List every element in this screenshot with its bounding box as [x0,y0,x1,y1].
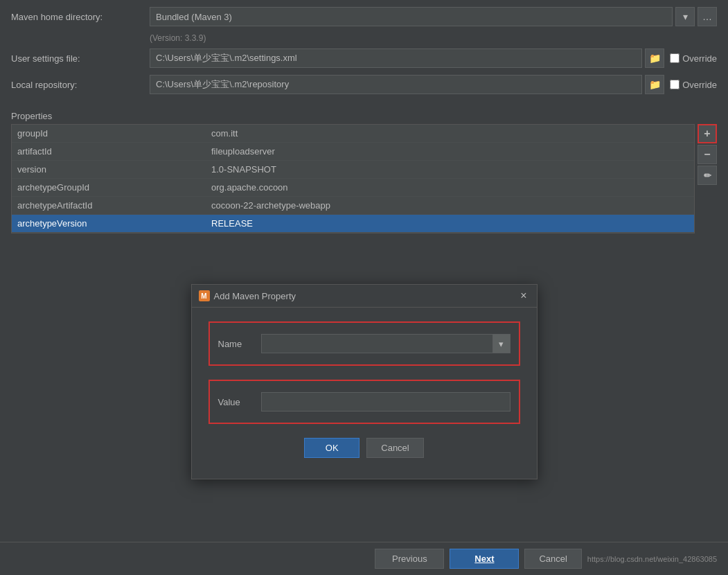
remove-property-btn[interactable]: − [698,145,717,164]
user-settings-override-wrap: Override [670,53,717,64]
next-btn[interactable]: Next [450,549,519,569]
table-buttons: + − ✏ [698,124,717,233]
prop-key-archetypeartifactid: archetypeArtifactId [17,200,211,211]
prop-key-version: version [17,164,211,175]
local-repo-row: Local repository: 📁 Override [11,75,717,94]
local-repo-override-label: Override [682,80,717,90]
bottom-bar: Previous Next Cancel https://blog.csdn.n… [0,542,728,575]
user-settings-browse-btn[interactable]: 📁 [645,48,664,68]
local-repo-override-checkbox[interactable] [670,80,680,89]
properties-table: groupId com.itt artifactId fileuploadser… [11,124,695,233]
prop-value-archetypeartifactid: cocoon-22-archetype-webapp [211,200,689,211]
maven-home-more-btn[interactable]: … [698,7,717,26]
user-settings-override-checkbox[interactable] [670,53,680,63]
local-repo-label: Local repository: [11,80,150,90]
prop-value-archetypeversion: RELEASE [211,218,689,229]
name-field-label: Name [218,339,253,349]
prop-value-groupid: com.itt [211,128,689,139]
user-settings-override-label: Override [682,53,717,64]
main-panel: Maven home directory: ▾ … (Version: 3.3.… [0,0,728,575]
prop-key-artifactid: artifactId [17,146,211,157]
bottom-cancel-btn[interactable]: Cancel [524,549,581,569]
table-row[interactable]: version 1.0-SNAPSHOT [12,161,694,179]
table-row[interactable]: groupId com.itt [12,125,694,143]
dialog-title-left: M Add Maven Property [199,290,296,301]
prop-value-archetypegroupid: org.apache.cocoon [211,182,689,193]
prop-key-archetypeversion: archetypeVersion [17,218,211,229]
edit-property-btn[interactable]: ✏ [698,166,717,185]
maven-home-row: Maven home directory: ▾ … [11,7,717,26]
add-property-btn[interactable]: + [698,124,717,143]
dialog-icon-text: M [201,292,206,300]
name-select[interactable] [261,334,511,353]
config-area: Maven home directory: ▾ … (Version: 3.3.… [0,0,728,108]
maven-version-text: (Version: 3.3.9) [150,33,717,43]
dialog-icon: M [199,290,210,301]
value-input[interactable] [261,392,511,412]
value-field-label: Value [218,397,253,407]
properties-table-wrap: groupId com.itt artifactId fileuploadser… [11,124,717,233]
prop-key-archetypegroupid: archetypeGroupId [17,182,211,193]
user-settings-row: User settings file: 📁 Override [11,48,717,68]
status-url: https://blog.csdn.net/weixin_42863085 [587,555,717,563]
dialog-title-text: Add Maven Property [214,291,296,301]
local-repo-input-wrap: 📁 [150,75,664,94]
table-row[interactable]: archetypeGroupId org.apache.cocoon [12,179,694,197]
dialog-ok-btn[interactable]: OK [304,438,359,458]
maven-home-dropdown-btn[interactable]: ▾ [675,7,695,26]
previous-btn[interactable]: Previous [375,549,444,569]
user-settings-input[interactable] [150,48,642,68]
name-select-wrap: ▾ [261,334,511,353]
dialog-body: Name ▾ Value OK Cancel [192,308,537,479]
prop-value-version: 1.0-SNAPSHOT [211,164,689,175]
dialog-buttons: OK Cancel [208,438,520,465]
properties-section-label: Properties [11,111,717,121]
maven-home-label: Maven home directory: [11,12,150,22]
maven-home-input[interactable] [150,7,673,26]
dialog-titlebar: M Add Maven Property × [192,285,537,308]
table-row[interactable]: artifactId fileuploadserver [12,143,694,161]
dialog-value-field: Value [208,380,520,424]
table-row-selected[interactable]: archetypeVersion RELEASE [12,215,694,233]
maven-home-input-wrap: ▾ … [150,7,717,26]
prop-key-groupid: groupId [17,128,211,139]
table-row[interactable]: archetypeArtifactId cocoon-22-archetype-… [12,197,694,215]
user-settings-label: User settings file: [11,53,150,64]
properties-section: Properties groupId com.itt artifactId fi… [0,111,728,233]
dialog-cancel-btn[interactable]: Cancel [366,438,423,458]
add-maven-property-dialog: M Add Maven Property × Name ▾ Value [191,284,538,479]
prop-value-artifactid: fileuploadserver [211,146,689,157]
dialog-name-field: Name ▾ [208,321,520,366]
local-repo-input[interactable] [150,75,642,94]
local-repo-browse-btn[interactable]: 📁 [645,75,664,94]
local-repo-override-wrap: Override [670,80,717,90]
dialog-close-btn[interactable]: × [517,289,529,303]
user-settings-input-wrap: 📁 [150,48,664,68]
